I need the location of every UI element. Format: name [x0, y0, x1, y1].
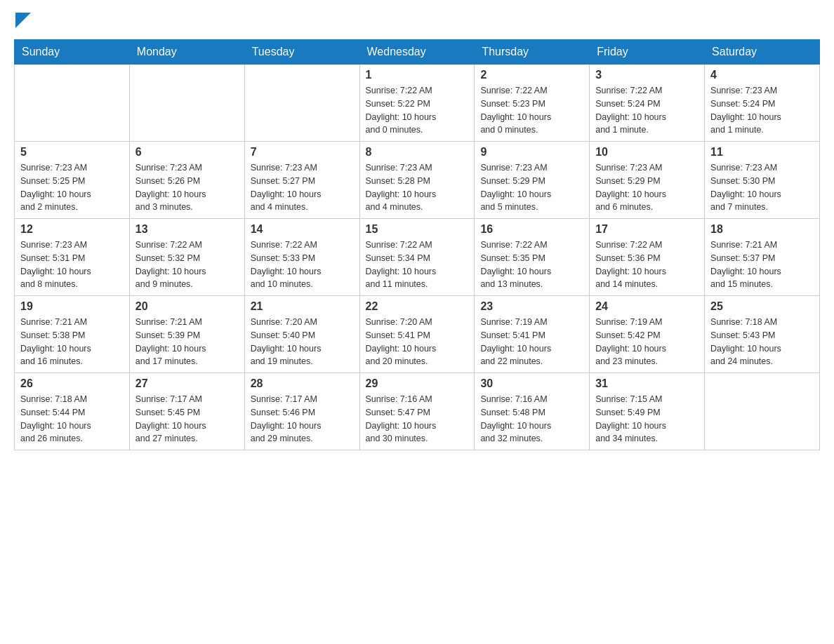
- calendar-cell: 6Sunrise: 7:23 AM Sunset: 5:26 PM Daylig…: [129, 142, 244, 219]
- calendar-cell: 28Sunrise: 7:17 AM Sunset: 5:46 PM Dayli…: [244, 373, 359, 450]
- calendar-cell: 18Sunrise: 7:21 AM Sunset: 5:37 PM Dayli…: [705, 219, 820, 296]
- calendar-cell: 25Sunrise: 7:18 AM Sunset: 5:43 PM Dayli…: [705, 296, 820, 373]
- day-info: Sunrise: 7:16 AM Sunset: 5:48 PM Dayligh…: [480, 393, 583, 445]
- day-info: Sunrise: 7:22 AM Sunset: 5:32 PM Dayligh…: [135, 239, 239, 291]
- calendar-cell: 8Sunrise: 7:23 AM Sunset: 5:28 PM Daylig…: [359, 142, 475, 219]
- calendar-cell: [129, 65, 244, 142]
- day-info: Sunrise: 7:18 AM Sunset: 5:44 PM Dayligh…: [20, 393, 124, 445]
- calendar-cell: 1Sunrise: 7:22 AM Sunset: 5:22 PM Daylig…: [359, 65, 475, 142]
- day-number: 19: [20, 300, 124, 313]
- day-number: 13: [135, 223, 239, 236]
- column-header-friday: Friday: [590, 40, 705, 65]
- calendar-cell: 13Sunrise: 7:22 AM Sunset: 5:32 PM Dayli…: [129, 219, 244, 296]
- day-info: Sunrise: 7:21 AM Sunset: 5:37 PM Dayligh…: [710, 239, 814, 291]
- day-number: 30: [480, 377, 583, 390]
- calendar-cell: 12Sunrise: 7:23 AM Sunset: 5:31 PM Dayli…: [15, 219, 130, 296]
- calendar-cell: 20Sunrise: 7:21 AM Sunset: 5:39 PM Dayli…: [129, 296, 244, 373]
- day-info: Sunrise: 7:15 AM Sunset: 5:49 PM Dayligh…: [595, 393, 699, 445]
- day-info: Sunrise: 7:23 AM Sunset: 5:29 PM Dayligh…: [595, 161, 699, 214]
- day-info: Sunrise: 7:19 AM Sunset: 5:42 PM Dayligh…: [595, 316, 699, 368]
- day-number: 11: [710, 146, 814, 159]
- day-number: 23: [480, 300, 583, 313]
- day-info: Sunrise: 7:22 AM Sunset: 5:33 PM Dayligh…: [251, 239, 354, 291]
- day-number: 16: [480, 223, 583, 236]
- logo-triangle-icon: [15, 13, 31, 28]
- calendar-cell: 16Sunrise: 7:22 AM Sunset: 5:35 PM Dayli…: [475, 219, 590, 296]
- calendar-cell: 29Sunrise: 7:16 AM Sunset: 5:47 PM Dayli…: [359, 373, 475, 450]
- column-header-wednesday: Wednesday: [359, 40, 475, 65]
- day-number: 31: [595, 377, 699, 390]
- day-number: 18: [710, 223, 814, 236]
- day-info: Sunrise: 7:17 AM Sunset: 5:45 PM Dayligh…: [135, 393, 239, 445]
- day-number: 15: [366, 223, 469, 236]
- day-info: Sunrise: 7:23 AM Sunset: 5:29 PM Dayligh…: [480, 161, 583, 214]
- day-number: 22: [366, 300, 469, 313]
- day-info: Sunrise: 7:21 AM Sunset: 5:39 PM Dayligh…: [135, 316, 239, 368]
- calendar-week-row: 5Sunrise: 7:23 AM Sunset: 5:25 PM Daylig…: [15, 142, 820, 219]
- day-info: Sunrise: 7:22 AM Sunset: 5:35 PM Dayligh…: [480, 239, 583, 291]
- column-header-saturday: Saturday: [705, 40, 820, 65]
- day-number: 17: [595, 223, 699, 236]
- calendar-cell: 14Sunrise: 7:22 AM Sunset: 5:33 PM Dayli…: [244, 219, 359, 296]
- calendar-cell: 9Sunrise: 7:23 AM Sunset: 5:29 PM Daylig…: [475, 142, 590, 219]
- calendar-cell: 31Sunrise: 7:15 AM Sunset: 5:49 PM Dayli…: [590, 373, 705, 450]
- calendar-cell: [15, 65, 130, 142]
- calendar-cell: 30Sunrise: 7:16 AM Sunset: 5:48 PM Dayli…: [475, 373, 590, 450]
- day-info: Sunrise: 7:22 AM Sunset: 5:23 PM Dayligh…: [480, 84, 583, 137]
- calendar-header-row: SundayMondayTuesdayWednesdayThursdayFrid…: [15, 40, 820, 65]
- day-info: Sunrise: 7:23 AM Sunset: 5:24 PM Dayligh…: [710, 84, 814, 137]
- calendar-cell: 5Sunrise: 7:23 AM Sunset: 5:25 PM Daylig…: [15, 142, 130, 219]
- day-number: 28: [251, 377, 354, 390]
- logo: [14, 14, 31, 32]
- calendar-cell: 19Sunrise: 7:21 AM Sunset: 5:38 PM Dayli…: [15, 296, 130, 373]
- column-header-tuesday: Tuesday: [244, 40, 359, 65]
- day-info: Sunrise: 7:22 AM Sunset: 5:36 PM Dayligh…: [595, 239, 699, 291]
- day-info: Sunrise: 7:20 AM Sunset: 5:40 PM Dayligh…: [251, 316, 354, 368]
- day-number: 8: [366, 146, 469, 159]
- calendar-week-row: 26Sunrise: 7:18 AM Sunset: 5:44 PM Dayli…: [15, 373, 820, 450]
- svg-marker-0: [15, 13, 31, 28]
- day-info: Sunrise: 7:19 AM Sunset: 5:41 PM Dayligh…: [480, 316, 583, 368]
- column-header-thursday: Thursday: [475, 40, 590, 65]
- calendar-cell: 17Sunrise: 7:22 AM Sunset: 5:36 PM Dayli…: [590, 219, 705, 296]
- calendar-cell: 3Sunrise: 7:22 AM Sunset: 5:24 PM Daylig…: [590, 65, 705, 142]
- day-info: Sunrise: 7:23 AM Sunset: 5:26 PM Dayligh…: [135, 161, 239, 214]
- calendar-week-row: 12Sunrise: 7:23 AM Sunset: 5:31 PM Dayli…: [15, 219, 820, 296]
- calendar-cell: [705, 373, 820, 450]
- calendar-cell: [244, 65, 359, 142]
- day-info: Sunrise: 7:22 AM Sunset: 5:24 PM Dayligh…: [595, 84, 699, 137]
- day-number: 10: [595, 146, 699, 159]
- day-number: 21: [251, 300, 354, 313]
- day-info: Sunrise: 7:23 AM Sunset: 5:30 PM Dayligh…: [710, 161, 814, 214]
- calendar-cell: 7Sunrise: 7:23 AM Sunset: 5:27 PM Daylig…: [244, 142, 359, 219]
- column-header-sunday: Sunday: [15, 40, 130, 65]
- day-number: 24: [595, 300, 699, 313]
- calendar-cell: 21Sunrise: 7:20 AM Sunset: 5:40 PM Dayli…: [244, 296, 359, 373]
- calendar-cell: 2Sunrise: 7:22 AM Sunset: 5:23 PM Daylig…: [475, 65, 590, 142]
- day-number: 14: [251, 223, 354, 236]
- calendar-cell: 4Sunrise: 7:23 AM Sunset: 5:24 PM Daylig…: [705, 65, 820, 142]
- day-info: Sunrise: 7:22 AM Sunset: 5:22 PM Dayligh…: [366, 84, 469, 137]
- day-info: Sunrise: 7:17 AM Sunset: 5:46 PM Dayligh…: [251, 393, 354, 445]
- day-number: 12: [20, 223, 124, 236]
- day-number: 9: [480, 146, 583, 159]
- day-number: 6: [135, 146, 239, 159]
- day-info: Sunrise: 7:21 AM Sunset: 5:38 PM Dayligh…: [20, 316, 124, 368]
- calendar-cell: 10Sunrise: 7:23 AM Sunset: 5:29 PM Dayli…: [590, 142, 705, 219]
- day-number: 27: [135, 377, 239, 390]
- day-info: Sunrise: 7:16 AM Sunset: 5:47 PM Dayligh…: [366, 393, 469, 445]
- page-header: [14, 14, 820, 32]
- column-header-monday: Monday: [129, 40, 244, 65]
- day-number: 25: [710, 300, 814, 313]
- calendar-table: SundayMondayTuesdayWednesdayThursdayFrid…: [14, 39, 820, 450]
- calendar-cell: 11Sunrise: 7:23 AM Sunset: 5:30 PM Dayli…: [705, 142, 820, 219]
- day-number: 2: [480, 69, 583, 81]
- calendar-cell: 15Sunrise: 7:22 AM Sunset: 5:34 PM Dayli…: [359, 219, 475, 296]
- day-number: 3: [595, 69, 699, 81]
- day-number: 26: [20, 377, 124, 390]
- day-number: 20: [135, 300, 239, 313]
- day-info: Sunrise: 7:20 AM Sunset: 5:41 PM Dayligh…: [366, 316, 469, 368]
- day-number: 4: [710, 69, 814, 81]
- calendar-cell: 24Sunrise: 7:19 AM Sunset: 5:42 PM Dayli…: [590, 296, 705, 373]
- calendar-cell: 22Sunrise: 7:20 AM Sunset: 5:41 PM Dayli…: [359, 296, 475, 373]
